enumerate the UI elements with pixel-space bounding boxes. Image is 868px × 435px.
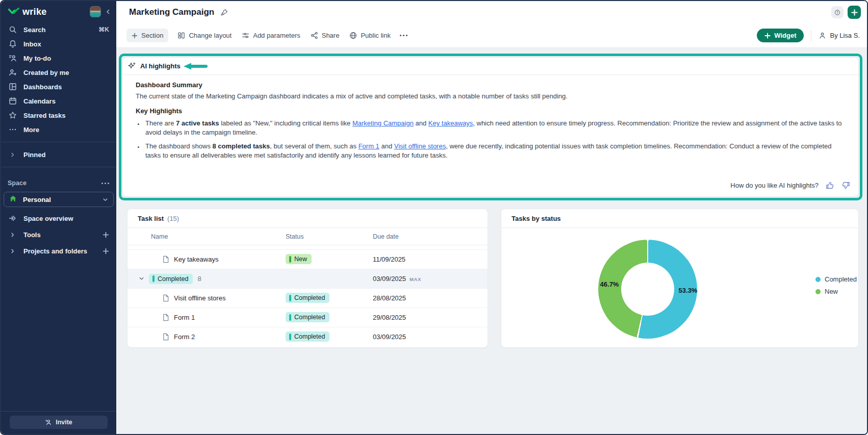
column-header-due-date[interactable]: Due date — [373, 233, 488, 240]
add-section-button[interactable]: Section — [126, 29, 168, 42]
chevron-down-icon[interactable] — [139, 276, 144, 282]
thumbs-down-icon — [841, 181, 850, 190]
sidebar-item-inbox[interactable]: Inbox — [1, 37, 116, 51]
table-row-task[interactable]: Visit offline stores Completed 28/08/202… — [127, 288, 488, 308]
task-name[interactable]: Visit offline stores — [174, 294, 225, 302]
chevron-right-icon — [8, 231, 17, 239]
plus-icon — [764, 33, 771, 39]
sidebar-item-search[interactable]: Search ⌘K — [1, 22, 116, 37]
table-row-task[interactable]: Key takeaways New 11/09/2025 — [127, 249, 488, 269]
task-list-count: (15) — [167, 215, 179, 222]
slice-label-new: 46.7% — [600, 280, 619, 288]
sidebar-item-space-overview[interactable]: Space overview — [1, 210, 116, 226]
byline[interactable]: By Lisa S. — [819, 32, 860, 39]
add-section-label: Section — [141, 32, 163, 39]
layout-icon — [177, 32, 185, 39]
donut-chart-area: 53.3% 46.7% Completed New — [501, 228, 858, 347]
table-row-task[interactable]: Form 2 Completed 03/09/2025 — [127, 327, 488, 346]
group-due-date: 03/09/2025MAX — [373, 275, 488, 283]
thumbs-up-button[interactable] — [826, 181, 834, 190]
status-badge-completed: Completed — [286, 293, 329, 303]
calendar-icon — [8, 97, 17, 106]
legend-item-completed[interactable]: Completed — [815, 275, 857, 284]
dashboard-grid-icon — [8, 83, 17, 91]
share-button[interactable]: Share — [305, 29, 345, 42]
change-layout-label: Change layout — [189, 32, 232, 39]
task-doc-icon — [162, 314, 169, 321]
sidebar-divider — [1, 142, 116, 142]
plus-icon — [132, 33, 138, 39]
donut-hole — [621, 263, 674, 316]
ellipsis-icon — [8, 125, 17, 134]
inline-link[interactable]: Key takeaways — [428, 119, 473, 127]
thumbs-up-icon — [826, 181, 834, 190]
due-date: 11/09/2025 — [373, 255, 488, 263]
plus-icon — [851, 9, 858, 16]
help-button[interactable] — [831, 6, 844, 18]
globe-icon — [349, 32, 357, 39]
chart-legend: Completed New — [815, 275, 857, 296]
sidebar-item-label: Starred tasks — [23, 112, 65, 119]
legend-item-new[interactable]: New — [815, 287, 857, 296]
thumbs-down-button[interactable] — [841, 181, 850, 190]
inline-link[interactable]: Form 1 — [359, 142, 379, 150]
toolbar-more-icon[interactable] — [396, 32, 412, 39]
task-table-header: Name Status Due date — [127, 228, 488, 245]
sidebar-divider — [1, 167, 116, 167]
dashboard-content: AI highlights Dashboard Summary The curr… — [116, 48, 867, 434]
sidebar-item-my-todo[interactable]: My to-do — [1, 51, 116, 65]
chevron-right-icon — [8, 247, 17, 255]
legend-dot-new — [815, 289, 821, 294]
sidebar-collapse-button[interactable] — [105, 9, 111, 15]
inline-link[interactable]: Visit offline stores — [394, 142, 446, 150]
user-avatar[interactable] — [90, 6, 101, 17]
share-label: Share — [322, 32, 340, 39]
summary-heading: Dashboard Summary — [136, 81, 846, 89]
task-name[interactable]: Key takeaways — [174, 255, 218, 263]
person-icon — [819, 32, 826, 39]
change-layout-button[interactable]: Change layout — [172, 29, 237, 42]
add-parameters-button[interactable]: Add parameters — [237, 29, 305, 42]
legend-label: New — [825, 288, 838, 295]
sidebar-item-label: Calendars — [23, 97, 56, 105]
add-button[interactable] — [848, 6, 861, 19]
add-widget-button[interactable]: Widget — [757, 29, 804, 42]
dashboard-toolbar: Section Change layout Add parameters Sha… — [116, 23, 867, 47]
sidebar-item-calendars[interactable]: Calendars — [1, 94, 116, 108]
ai-sparkle-icon — [127, 62, 136, 70]
column-header-name[interactable]: Name — [127, 233, 286, 240]
main-area: Marketing Campaign Section Change layout — [116, 1, 867, 434]
sidebar-item-dashboards[interactable]: Dashboards — [1, 80, 116, 94]
ai-highlights-widget: AI highlights Dashboard Summary The curr… — [122, 57, 859, 197]
sidebar-item-more[interactable]: More — [1, 122, 116, 137]
pin-icon[interactable] — [220, 8, 228, 17]
group-count: 8 — [197, 275, 201, 283]
sidebar: wrike Search ⌘K Inbox My to-do — [1, 1, 116, 434]
space-selector-personal[interactable]: Personal — [4, 192, 114, 207]
sidebar-item-starred-tasks[interactable]: Starred tasks — [1, 108, 116, 122]
public-link-button[interactable]: Public link — [344, 29, 396, 42]
space-more-icon[interactable] — [101, 183, 109, 184]
invite-person-icon — [45, 419, 52, 426]
sidebar-item-created-by-me[interactable]: Created by me — [1, 65, 116, 80]
space-section-header: Space — [1, 172, 116, 191]
group-status-badge: Completed — [149, 274, 193, 284]
sidebar-item-tools[interactable]: Tools — [1, 226, 116, 243]
sidebar-item-label: Inbox — [23, 40, 41, 48]
add-icon[interactable] — [103, 248, 109, 254]
sidebar-item-pinned[interactable]: Pinned — [1, 147, 116, 162]
status-badge-new: New — [286, 254, 312, 264]
table-row-task[interactable]: Form 1 Completed 29/08/2025 — [127, 308, 488, 327]
add-icon[interactable] — [103, 232, 109, 238]
page-title: Marketing Campaign — [129, 7, 214, 17]
task-name[interactable]: Form 1 — [174, 314, 195, 321]
column-header-status[interactable]: Status — [286, 233, 373, 240]
task-name[interactable]: Form 2 — [174, 333, 195, 341]
invite-button[interactable]: Invite — [10, 416, 108, 429]
sliders-icon — [242, 32, 249, 39]
sidebar-item-label: Projects and folders — [23, 247, 87, 255]
table-row-group-completed[interactable]: Completed 8 03/09/2025MAX — [127, 269, 488, 288]
annotation-highlight-border: AI highlights Dashboard Summary The curr… — [119, 54, 862, 200]
inline-link[interactable]: Marketing Campaign — [352, 119, 414, 127]
sidebar-item-projects-and-folders[interactable]: Projects and folders — [1, 243, 116, 259]
